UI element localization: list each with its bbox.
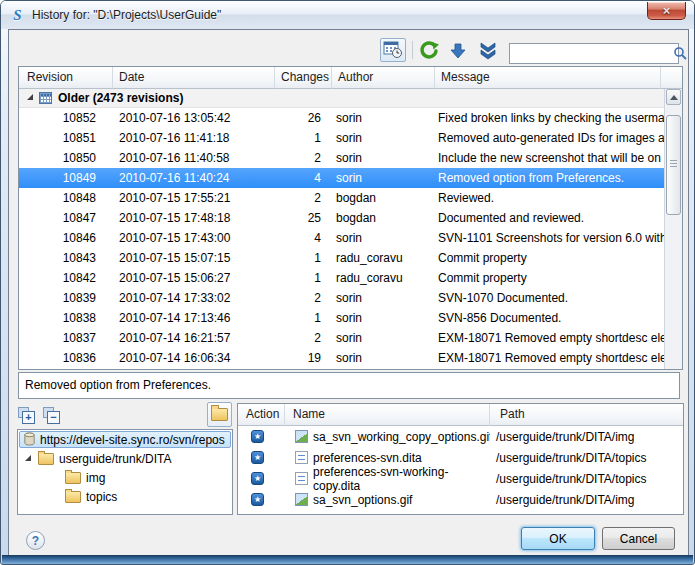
column-header-path[interactable]: Path [490, 404, 683, 426]
date-cell: 2010-07-16 11:40:24 [113, 168, 275, 188]
search-icon[interactable] [673, 46, 688, 61]
cancel-button[interactable]: Cancel [602, 527, 675, 550]
action-modified-icon: ★ [251, 451, 264, 464]
message-cell: EXM-18071 Removed empty shortdesc ele... [435, 328, 664, 348]
search-input[interactable] [510, 46, 673, 62]
history-row[interactable]: 10837 2010-07-14 16:21:57 2 sorin EXM-18… [19, 328, 664, 348]
close-icon: × [663, 4, 671, 17]
ok-button[interactable]: OK [521, 527, 595, 550]
changes-cell: 2 [275, 188, 332, 208]
revision-cell: 10836 [19, 348, 113, 368]
action-cell: ★ [238, 493, 285, 506]
history-row[interactable]: 10848 2010-07-15 17:55:21 2 bogdan Revie… [19, 188, 664, 208]
column-header-changes[interactable]: Changes [275, 67, 332, 89]
vertical-scrollbar[interactable] [664, 89, 682, 369]
message-cell: SVN-1070 Documented. [435, 288, 664, 308]
open-folder-button[interactable] [207, 402, 232, 427]
search-field-container [509, 43, 679, 64]
path-cell: /userguide/trunk/DITA/img [490, 430, 683, 444]
go-to-last-button[interactable] [475, 40, 501, 62]
revision-group-row[interactable]: Older (2473 revisions) [19, 89, 664, 108]
author-cell: sorin [332, 288, 435, 308]
message-cell: SVN-856 Documented. [435, 308, 664, 328]
up-arrow-icon [670, 95, 678, 100]
calendar-clock-icon [383, 41, 403, 59]
tree-item-img[interactable]: img [18, 468, 232, 487]
action-cell: ★ [238, 430, 285, 443]
name-cell: preferences-svn-working-copy.dita [285, 465, 490, 493]
history-row[interactable]: 10849 2010-07-16 11:40:24 4 sorin Remove… [19, 168, 664, 188]
title-bar[interactable]: S History for: "D:\Projects\UserGuide" [1, 1, 694, 29]
date-cell: 2010-07-15 17:48:18 [113, 208, 275, 228]
history-row[interactable]: 10839 2010-07-14 17:33:02 2 sorin SVN-10… [19, 288, 664, 308]
group-by-date-toggle-button[interactable] [380, 38, 406, 62]
folder-icon [65, 491, 81, 503]
window-bottom-frame [2, 555, 693, 564]
scrollbar-thumb[interactable] [666, 115, 681, 215]
history-row[interactable]: 10843 2010-07-15 15:07:15 1 radu_coravu … [19, 248, 664, 268]
message-cell: SVN-1101 Screenshots for version 6.0 wit… [435, 228, 664, 248]
author-cell: sorin [332, 108, 435, 128]
file-name: sa_svn_working_copy_options.gif [313, 430, 490, 444]
author-cell: sorin [332, 168, 435, 188]
history-row[interactable]: 10842 2010-07-15 15:06:27 1 radu_coravu … [19, 268, 664, 288]
history-row[interactable]: 10850 2010-07-16 11:40:58 2 sorin Includ… [19, 148, 664, 168]
changes-cell: 1 [275, 308, 332, 328]
action-cell: ★ [238, 472, 285, 485]
history-row[interactable]: 10836 2010-07-14 16:06:34 19 sorin EXM-1… [19, 348, 664, 368]
changed-path-row[interactable]: ★ preferences-svn-working-copy.dita /use… [238, 468, 683, 489]
history-row[interactable]: 10838 2010-07-14 17:13:46 1 sorin SVN-85… [19, 308, 664, 328]
file-type-icon [295, 472, 308, 485]
history-row[interactable]: 10847 2010-07-15 17:48:18 25 bogdan Docu… [19, 208, 664, 228]
changes-cell: 25 [275, 208, 332, 228]
changed-path-row[interactable]: ★ sa_svn_working_copy_options.gif /userg… [238, 426, 683, 447]
file-name: sa_svn_options.gif [313, 493, 412, 507]
date-cell: 2010-07-16 11:41:18 [113, 128, 275, 148]
expand-all-button[interactable]: + [17, 406, 37, 426]
column-header-name[interactable]: Name [285, 404, 490, 426]
repository-root-item[interactable]: https://devel-site.sync.ro/svn/repos [19, 431, 231, 448]
column-header-action[interactable]: Action [238, 404, 285, 426]
column-header-revision[interactable]: Revision [19, 67, 113, 89]
file-name: preferences-svn.dita [313, 451, 422, 465]
changed-paths-header: Action Name Path [238, 404, 683, 426]
scrollbar-up-button[interactable] [666, 89, 681, 105]
column-header-date[interactable]: Date [113, 67, 275, 89]
revision-cell: 10850 [19, 148, 113, 168]
history-row[interactable]: 10851 2010-07-16 11:41:18 1 sorin Remove… [19, 128, 664, 148]
name-cell: sa_svn_options.gif [285, 493, 490, 507]
changes-cell: 19 [275, 348, 332, 368]
date-cell: 2010-07-14 16:06:34 [113, 348, 275, 368]
changes-cell: 2 [275, 328, 332, 348]
collapse-all-button[interactable]: − [42, 406, 62, 426]
date-cell: 2010-07-14 16:21:57 [113, 328, 275, 348]
changed-paths-rows: ★ sa_svn_working_copy_options.gif /userg… [238, 426, 683, 510]
message-cell: Reviewed. [435, 188, 664, 208]
help-button[interactable]: ? [26, 531, 45, 550]
tree-expander-icon[interactable] [25, 455, 31, 461]
author-cell: radu_coravu [332, 268, 435, 288]
revision-cell: 10842 [19, 268, 113, 288]
close-button[interactable]: × [647, 2, 686, 20]
tree-item-topics[interactable]: topics [18, 487, 232, 506]
column-header-message[interactable]: Message [435, 67, 661, 89]
changed-path-row[interactable]: ★ sa_svn_options.gif /userguide/trunk/DI… [238, 489, 683, 510]
revision-cell: 10837 [19, 328, 113, 348]
message-cell: Removed auto-generated IDs for images a.… [435, 128, 664, 148]
author-cell: sorin [332, 308, 435, 328]
refresh-button[interactable] [417, 39, 441, 63]
history-rows: 10852 2010-07-16 13:05:42 26 sorin Fixed… [19, 108, 682, 368]
revision-cell: 10848 [19, 188, 113, 208]
go-to-next-button[interactable] [447, 40, 469, 62]
path-cell: /userguide/trunk/DITA/topics [490, 472, 683, 486]
action-modified-icon: ★ [251, 430, 264, 443]
history-table: Revision Date Changes Author Message Old… [18, 66, 683, 370]
plus-icon: + [22, 411, 35, 424]
group-expander-icon[interactable] [27, 94, 33, 100]
history-row[interactable]: 10852 2010-07-16 13:05:42 26 sorin Fixed… [19, 108, 664, 128]
revision-cell: 10852 [19, 108, 113, 128]
column-header-author[interactable]: Author [332, 67, 435, 89]
tree-item-folder[interactable]: userguide/trunk/DITA [18, 449, 232, 468]
history-row[interactable]: 10846 2010-07-15 17:43:00 4 sorin SVN-11… [19, 228, 664, 248]
history-dialog: S History for: "D:\Projects\UserGuide" × [0, 0, 695, 565]
